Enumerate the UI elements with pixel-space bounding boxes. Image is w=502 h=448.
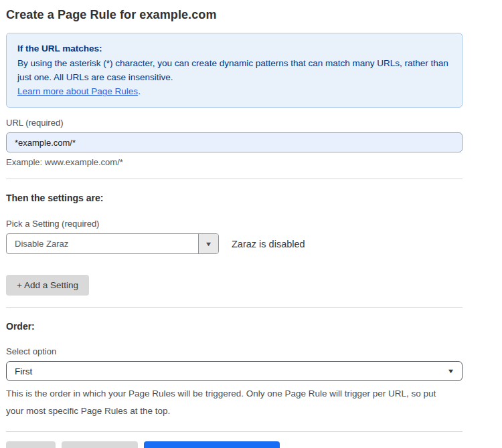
order-section-heading: Order:	[6, 321, 463, 332]
info-box-body: By using the asterisk (*) character, you…	[17, 56, 451, 84]
setting-status-text: Zaraz is disabled	[232, 239, 305, 249]
setting-dropdown[interactable]: Disable Zaraz ▼	[6, 233, 219, 254]
chevron-down-icon: ▼	[447, 368, 455, 374]
setting-row: Disable Zaraz ▼ Zaraz is disabled	[6, 233, 463, 254]
divider	[6, 431, 463, 432]
link-period: .	[138, 86, 141, 96]
url-field-label: URL (required)	[6, 118, 463, 128]
divider	[6, 307, 463, 308]
page-rule-form: Create a Page Rule for example.com If th…	[0, 0, 502, 448]
chevron-down-icon: ▼	[205, 241, 213, 247]
divider	[6, 179, 463, 179]
setting-dropdown-value: Disable Zaraz	[7, 234, 198, 253]
setting-dropdown-arrow-button[interactable]: ▼	[198, 234, 218, 253]
order-select[interactable]: First ▼	[6, 361, 463, 381]
add-setting-button[interactable]: + Add a Setting	[6, 275, 89, 296]
url-input[interactable]	[6, 132, 463, 152]
url-example-text: Example: www.example.com/*	[6, 157, 463, 167]
info-link-row: Learn more about Page Rules.	[17, 84, 451, 98]
order-select-value: First	[15, 366, 32, 376]
cancel-button[interactable]: Cancel	[6, 441, 56, 448]
footer-actions: Cancel Save as Draft Save and Deploy Pag…	[6, 441, 463, 448]
url-match-info-box: If the URL matches: By using the asteris…	[6, 33, 463, 108]
order-help-text: This is the order in which your Page Rul…	[6, 385, 456, 420]
save-and-deploy-button[interactable]: Save and Deploy Page Rule	[144, 441, 280, 448]
save-as-draft-button[interactable]: Save as Draft	[62, 441, 138, 448]
learn-more-link[interactable]: Learn more about Page Rules	[17, 86, 138, 96]
info-box-heading: If the URL matches:	[17, 41, 451, 55]
setting-picker-label: Pick a Setting (required)	[6, 219, 463, 229]
order-select-label: Select option	[6, 346, 463, 356]
page-title: Create a Page Rule for example.com	[6, 8, 463, 22]
settings-section-heading: Then the settings are:	[6, 193, 463, 203]
